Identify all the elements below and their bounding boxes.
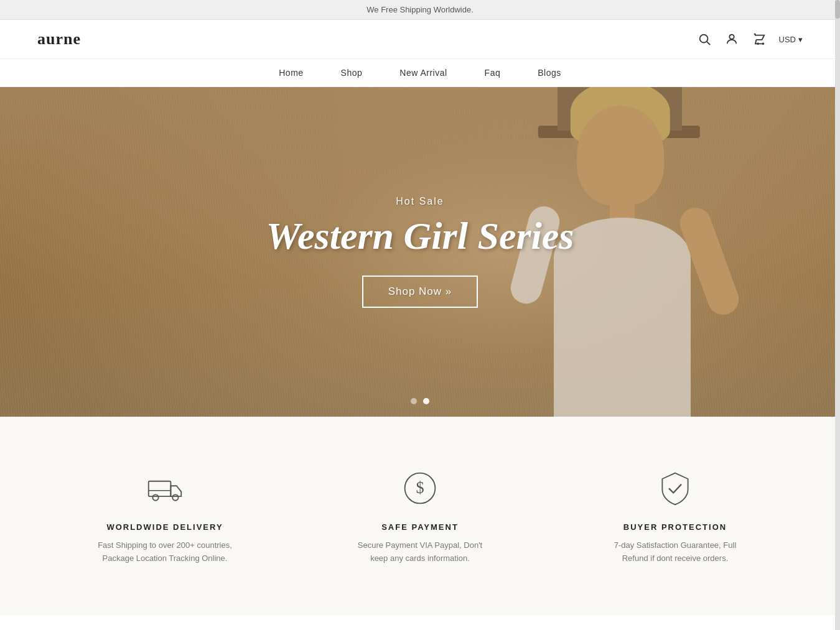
carousel-dots xyxy=(411,398,429,404)
nav-item-blogs[interactable]: Blogs xyxy=(538,68,561,78)
feature-payment-title: SAFE PAYMENT xyxy=(381,522,459,532)
svg-point-4 xyxy=(152,494,158,500)
feature-payment-desc: Secure Payment VIA Paypal, Don't keep an… xyxy=(352,539,488,565)
nav-item-shop[interactable]: Shop xyxy=(341,68,363,78)
scrollbar-thumb[interactable] xyxy=(835,0,840,19)
carousel-dot-2[interactable] xyxy=(423,398,429,404)
search-icon[interactable] xyxy=(697,32,712,47)
currency-label: USD xyxy=(779,35,796,44)
feature-protection-desc: 7-day Satisfaction Guarantee, Full Refun… xyxy=(607,539,744,565)
svg-point-5 xyxy=(172,494,178,500)
feature-buyer-protection: BUYER PROTECTION 7-day Satisfaction Guar… xyxy=(560,454,790,578)
announcement-text: We Free Shipping Worldwide. xyxy=(366,5,474,14)
nav: Home Shop New Arrival Faq Blogs xyxy=(0,59,840,87)
scrollbar[interactable] xyxy=(835,0,840,615)
hero-subtitle: Hot Sale xyxy=(266,196,574,207)
feature-worldwide-delivery: WORLDWIDE DELIVERY Fast Shipping to over… xyxy=(50,454,280,578)
nav-item-faq[interactable]: Faq xyxy=(485,68,501,78)
feature-protection-title: BUYER PROTECTION xyxy=(623,522,727,532)
nav-item-new-arrival[interactable]: New Arrival xyxy=(399,68,447,78)
svg-point-0 xyxy=(699,35,707,43)
nav-item-home[interactable]: Home xyxy=(279,68,303,78)
header: aurne USD ▾ xyxy=(0,20,840,59)
feature-worldwide-desc: Fast Shipping to over 200+ countries, Pa… xyxy=(96,539,233,565)
shield-check-icon xyxy=(653,466,697,510)
hero-content: Hot Sale Western Girl Series Shop Now » xyxy=(266,196,574,308)
cart-icon[interactable] xyxy=(752,32,767,47)
currency-select[interactable]: USD ▾ xyxy=(779,35,803,44)
currency-chevron-icon: ▾ xyxy=(798,35,803,44)
svg-line-1 xyxy=(707,42,710,45)
announcement-bar: We Free Shipping Worldwide. xyxy=(0,0,840,20)
truck-icon xyxy=(143,466,187,510)
svg-text:$: $ xyxy=(416,479,424,497)
svg-point-2 xyxy=(729,35,734,39)
feature-safe-payment: $ SAFE PAYMENT Secure Payment VIA Paypal… xyxy=(305,454,535,578)
feature-worldwide-title: WORLDWIDE DELIVERY xyxy=(106,522,223,532)
user-icon[interactable] xyxy=(724,32,739,47)
features-section: WORLDWIDE DELIVERY Fast Shipping to over… xyxy=(0,417,840,615)
svg-rect-3 xyxy=(149,481,171,496)
hero-shop-button[interactable]: Shop Now » xyxy=(362,276,478,308)
hero-title: Western Girl Series xyxy=(266,215,574,257)
carousel-dot-1[interactable] xyxy=(411,398,417,404)
logo[interactable]: aurne xyxy=(37,30,81,49)
header-icons: USD ▾ xyxy=(697,32,803,47)
hero-banner: Hot Sale Western Girl Series Shop Now » xyxy=(0,87,840,417)
dollar-circle-icon: $ xyxy=(398,466,442,510)
